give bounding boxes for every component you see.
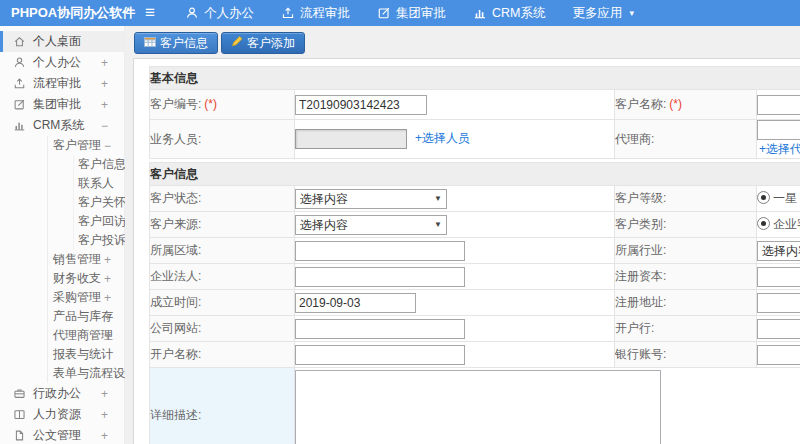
sidebar-item-customer-visit[interactable]: 客户回访 — [0, 212, 124, 231]
bank-account-input[interactable] — [757, 345, 800, 365]
website-input[interactable] — [295, 319, 465, 339]
customer-status-label: 客户状态: — [150, 191, 201, 205]
expand-plus-icon[interactable]: + — [101, 429, 108, 443]
tab-label: 客户添加 — [247, 35, 295, 52]
chart-icon — [473, 6, 487, 20]
expand-plus-icon[interactable]: + — [104, 272, 111, 286]
radio-button[interactable] — [757, 217, 770, 230]
agent-label: 代理商: — [615, 132, 654, 146]
registered-address-input[interactable] — [757, 293, 800, 313]
sidebar-item-purchase-management[interactable]: 采购管理+ — [0, 288, 124, 307]
nav-item-label: 集团审批 — [396, 5, 446, 22]
sidebar-item-label: 行政办公 — [33, 385, 81, 402]
sidebar-item-personal-office[interactable]: 个人办公+ — [0, 52, 124, 73]
region-label: 所属区域: — [150, 243, 201, 257]
sidebar-item-crm-system[interactable]: CRM系统− — [0, 115, 124, 136]
expand-plus-icon[interactable]: + — [101, 387, 108, 401]
customer-name-label: 客户名称: — [615, 97, 666, 111]
expand-plus-icon[interactable]: + — [101, 98, 108, 112]
radio-label: 一星 — [773, 191, 797, 205]
sidebar-item-workflow-approval[interactable]: 流程审批+ — [0, 73, 124, 94]
sidebar-item-label: 销售管理 — [53, 251, 101, 268]
agent-input[interactable] — [757, 120, 800, 140]
region-input[interactable] — [295, 241, 465, 261]
sidebar-item-form-workflow-settings[interactable]: 表单与流程设置+ — [0, 364, 124, 383]
nav-menu: 个人办公流程审批集团审批CRM系统更多应用▾ — [185, 5, 634, 22]
content-area: 客户信息客户添加 基本信息客户编号:(*)客户名称:(*)业务人员:+选择人员代… — [125, 26, 800, 444]
sidebar-item-group-approval[interactable]: 集团审批+ — [0, 94, 124, 115]
nav-item-label: CRM系统 — [492, 5, 545, 22]
legal-person-input[interactable] — [295, 267, 465, 287]
sidebar-item-customer-complaint[interactable]: 客户投诉 — [0, 231, 124, 250]
customer-source-select[interactable]: ▼选择内容 — [295, 215, 447, 235]
form-panel: 基本信息客户编号:(*)客户名称:(*)业务人员:+选择人员代理商:+选择代理商… — [133, 58, 800, 444]
bank-account-label: 银行账号: — [615, 347, 666, 361]
sidebar-item-reports-statistics[interactable]: 报表与统计 — [0, 345, 124, 364]
sidebar-item-agent-management[interactable]: 代理商管理+ — [0, 326, 124, 345]
industry-select[interactable]: ▼选择内容 — [757, 241, 800, 261]
tab-customer-info[interactable]: 客户信息 — [134, 32, 218, 54]
sidebar-item-product-inventory[interactable]: 产品与库存+ — [0, 307, 124, 326]
sidebar-item-label: 个人办公 — [33, 54, 81, 71]
sidebar-item-customer-care[interactable]: 客户关怀 — [0, 193, 124, 212]
account-name-input[interactable] — [295, 345, 465, 365]
expand-plus-icon[interactable]: + — [101, 77, 108, 91]
sidebar-item-human-resources[interactable]: 人力资源+ — [0, 404, 124, 425]
customer-no-input[interactable] — [295, 95, 427, 115]
nav-item-label: 更多应用 — [572, 5, 622, 22]
registered-capital-input[interactable] — [757, 267, 800, 287]
select-value: 选择内容 — [300, 218, 348, 232]
radio-button[interactable] — [757, 191, 770, 204]
expand-plus-icon[interactable]: + — [104, 291, 111, 305]
section-title: 客户信息 — [150, 163, 800, 186]
description-label: 详细描述: — [150, 408, 201, 422]
sidebar-item-admin-office[interactable]: 行政办公+ — [0, 383, 124, 404]
bank-label: 开户行: — [615, 321, 654, 335]
expand-plus-icon[interactable]: + — [104, 253, 111, 267]
select-value: 选择内容 — [762, 244, 800, 258]
customer-type-label: 客户类别: — [615, 217, 666, 231]
sidebar-item-document-management[interactable]: 公文管理+ — [0, 425, 124, 444]
select-agent-link[interactable]: +选择代理商 — [759, 141, 800, 158]
collapse-minus-icon[interactable]: − — [104, 139, 111, 153]
sidebar-item-customer-info[interactable]: 客户信息 — [0, 155, 124, 174]
required-marker: (*) — [204, 97, 217, 111]
expand-plus-icon[interactable]: + — [101, 408, 108, 422]
sidebar-item-personal-desktop[interactable]: 个人桌面 — [0, 31, 124, 52]
nav-item-workflow-approval[interactable]: 流程审批 — [281, 5, 350, 22]
expand-plus-icon[interactable]: + — [104, 329, 111, 343]
sidebar-item-label: 客户信息 — [78, 156, 126, 173]
select-arrow-icon: ▼ — [434, 216, 442, 234]
sidebar-item-sales-management[interactable]: 销售管理+ — [0, 250, 124, 269]
expand-plus-icon[interactable]: + — [101, 56, 108, 70]
legal-person-label: 企业法人: — [150, 269, 201, 283]
edit-icon — [13, 98, 26, 111]
account-name-label: 开户名称: — [150, 347, 201, 361]
customer-source-label: 客户来源: — [150, 217, 201, 231]
customer-no-label: 客户编号: — [150, 97, 201, 111]
sidebar-item-customer-management[interactable]: 客户管理− — [0, 136, 124, 155]
bank-input[interactable] — [757, 319, 800, 339]
sidebar-item-finance-income-expense[interactable]: 财务收支+ — [0, 269, 124, 288]
customer-type-radios: 企业客户 — [757, 217, 800, 231]
customer-level-label: 客户等级: — [615, 191, 666, 205]
menu-toggle-icon[interactable]: ≡ — [145, 0, 155, 26]
customer-add-form: 基本信息客户编号:(*)客户名称:(*)业务人员:+选择人员代理商:+选择代理商… — [149, 66, 800, 444]
customer-name-input[interactable] — [757, 95, 800, 115]
sidebar-item-contacts[interactable]: 联系人 — [0, 174, 124, 193]
nav-item-personal-office[interactable]: 个人办公 — [185, 5, 254, 22]
nav-item-more-apps[interactable]: 更多应用▾ — [572, 5, 634, 22]
salesperson-input[interactable] — [295, 129, 407, 149]
nav-item-group-approval[interactable]: 集团审批 — [377, 5, 446, 22]
customer-status-select[interactable]: ▼选择内容 — [295, 189, 447, 209]
tab-customer-add[interactable]: 客户添加 — [221, 32, 305, 54]
description-textarea[interactable] — [295, 370, 661, 444]
nav-item-label: 个人办公 — [204, 5, 254, 22]
select-person-link[interactable]: +选择人员 — [415, 131, 470, 145]
radio-label: 企业客户 — [773, 217, 800, 231]
sidebar-item-label: 集团审批 — [33, 96, 81, 113]
expand-plus-icon[interactable]: + — [104, 310, 111, 324]
collapse-minus-icon[interactable]: − — [101, 119, 108, 133]
nav-item-crm-system[interactable]: CRM系统 — [473, 5, 545, 22]
founded-date-input[interactable] — [295, 293, 416, 313]
